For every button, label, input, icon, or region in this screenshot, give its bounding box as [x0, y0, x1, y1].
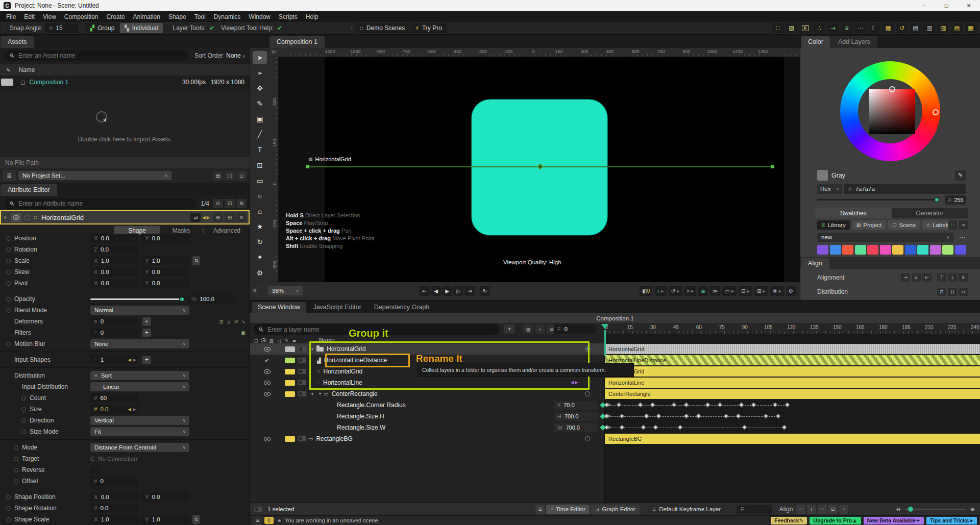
layer-target-icon[interactable] — [585, 391, 590, 396]
keyframe[interactable] — [678, 425, 683, 430]
camera-overlay-toggle[interactable]: ◧ 0 — [640, 286, 652, 296]
open-folder-icon[interactable]: ▤ — [213, 171, 223, 180]
layer-color-chip[interactable] — [285, 358, 295, 363]
keyframe[interactable] — [684, 414, 689, 419]
keyframe[interactable] — [672, 403, 677, 408]
asset-color-chip[interactable] — [1, 79, 13, 86]
layer-color-chip[interactable] — [285, 369, 295, 374]
attr-field[interactable]: #60 — [90, 393, 138, 403]
snapping-toggle[interactable]: ↺▶ — [669, 286, 682, 296]
alpha-slider[interactable] — [817, 199, 939, 201]
layer-clip-icon[interactable] — [298, 391, 306, 396]
viewport-tool-help-check-icon[interactable]: ✔ — [277, 24, 282, 32]
attr-field[interactable]: ≡0 — [90, 328, 138, 337]
keyframe-caret-icon[interactable]: ▶ — [608, 413, 611, 418]
attr-field[interactable]: #0.0 — [90, 504, 138, 513]
keyframe[interactable] — [739, 403, 744, 408]
dock-toggle-icon[interactable]: ⊡ — [535, 505, 545, 514]
align-left-icon[interactable]: ⊣ — [901, 273, 910, 282]
library-tab-project[interactable]: ▤Project — [852, 220, 886, 230]
grid-toggle[interactable]: ⌗▶ — [684, 286, 696, 296]
layer-eye-icon[interactable] — [261, 381, 273, 385]
color-swatch[interactable] — [955, 245, 966, 255]
layer-eye-icon[interactable] — [261, 347, 273, 352]
layer-attr-field[interactable]: H700.0 — [554, 412, 598, 421]
track-bar[interactable]: HorizontalLine — [605, 378, 980, 388]
add-button[interactable]: + — [142, 317, 151, 326]
track-bar[interactable]: HorizontalLineDistance — [605, 355, 980, 365]
color-swatch[interactable] — [842, 245, 853, 255]
layer-eye-icon[interactable] — [261, 369, 273, 374]
layer-row-horizontalline[interactable]: ┄HorizontalLine◀▶ — [250, 377, 604, 388]
hex-value-field[interactable]: # 7a7a7a — [844, 184, 966, 194]
layer-eye-icon[interactable] — [261, 437, 273, 441]
layer-target-icon[interactable] — [585, 436, 590, 441]
menu-tool[interactable]: Tool — [190, 13, 210, 20]
opacity-slider[interactable] — [90, 298, 184, 300]
keyframe[interactable] — [620, 425, 625, 430]
keyframe-caret-icon[interactable]: ▶ — [608, 402, 611, 407]
keyframe-caret-icon[interactable]: ▶ — [608, 424, 611, 430]
audio-toggle[interactable]: ♪▶ — [654, 286, 666, 296]
color-swatch[interactable] — [930, 245, 941, 255]
isolate-toggle[interactable]: ⊟▶ — [739, 286, 752, 296]
align-left-icon[interactable]: ▤ — [910, 23, 922, 33]
track-bar[interactable]: HorizontalGrid — [605, 366, 980, 377]
menu-scripts[interactable]: Scripts — [275, 13, 302, 20]
viewport-canvas[interactable]: ▦ HorizontalGrid Hold S Direct Layer Sel… — [279, 57, 800, 282]
render-cube-icon[interactable]: ▧ — [267, 338, 275, 343]
keyframe[interactable] — [751, 403, 756, 408]
rows-icon[interactable]: ▤ — [951, 23, 963, 33]
popout-icon[interactable]: ⊞ — [225, 213, 235, 222]
ellipse-tool[interactable]: ○ — [253, 189, 267, 202]
align-middle-icon[interactable]: ⊥ — [948, 273, 957, 282]
align-top-icon[interactable]: ⊤ — [937, 273, 946, 282]
layer-row-centerrectangle[interactable]: ▼•▭CenterRectangle — [250, 388, 604, 399]
solo-circle-icon[interactable] — [24, 215, 30, 220]
visibility-eye-icon[interactable] — [11, 213, 21, 222]
attr-field[interactable]: X0.0 — [90, 234, 138, 243]
footer-align-icon[interactable]: ⁝ — [807, 505, 816, 514]
layer-target-icon[interactable] — [585, 346, 590, 352]
viewport-settings-button[interactable]: ⚙ — [786, 286, 796, 296]
attr-field[interactable]: X0.0 — [90, 492, 138, 502]
tab-generator[interactable]: Generator — [892, 208, 968, 218]
track-bar[interactable]: CenterRectangle — [605, 389, 980, 399]
align-bars-icon[interactable]: ≡ — [841, 23, 853, 33]
loop-button[interactable]: ↻ — [480, 286, 490, 296]
attr-field[interactable]: Y0.0 — [141, 267, 189, 277]
clip-icon[interactable]: ▰ — [290, 338, 298, 343]
attr-field[interactable]: X1.0 — [90, 515, 138, 524]
warning-count-badge[interactable]: 0 — [264, 517, 274, 524]
pen-tool[interactable]: ✎ — [253, 97, 267, 110]
direct-select-tool[interactable]: ➢ — [253, 66, 267, 79]
audio-icon[interactable]: ◁ — [275, 338, 283, 343]
maximize-button[interactable]: □ — [935, 0, 958, 11]
attribute-search-input[interactable]: 🔍︎ Enter an Attribute name — [4, 198, 197, 209]
expand-tools-icon[interactable]: » — [253, 287, 257, 294]
frame-bounds-toggle[interactable]: ▭▶ — [722, 286, 737, 296]
swatch-grid-view-icon[interactable]: ∷ — [948, 220, 957, 230]
tab-swatches[interactable]: Swatches — [815, 208, 892, 218]
tab-javascript-editor[interactable]: JavaScript Editor — [307, 302, 367, 313]
asset-search-input[interactable]: 🔍︎ Enter an Asset name — [4, 50, 189, 61]
keyframe[interactable] — [776, 414, 781, 419]
camera-tool[interactable]: ▣ — [253, 113, 267, 126]
grid-icon[interactable]: ▦ — [965, 23, 977, 33]
time-editor-button[interactable]: ≡ Time Editor — [546, 505, 590, 514]
overflow-toggle[interactable]: ≫ — [710, 286, 720, 296]
library-tab-scene[interactable]: ▢Scene — [888, 220, 920, 230]
ellipsis-icon[interactable]: ⋯ — [854, 23, 867, 33]
timeline-zoom-slider[interactable] — [905, 509, 966, 510]
zoom-level-select[interactable]: 38%∨ — [268, 286, 303, 295]
layer-color-chip[interactable] — [285, 391, 295, 397]
footer-align-icon[interactable]: ⊡ — [828, 505, 838, 514]
go-start-button[interactable]: ⇤ — [420, 286, 430, 296]
attr-field[interactable]: Y0.0 — [141, 279, 189, 288]
keyframe[interactable] — [705, 403, 710, 408]
frame-f-icon[interactable]: F — [799, 23, 812, 33]
lasso-icon[interactable]: ↺ — [896, 23, 908, 33]
tab-composition[interactable]: Composition 1 — [270, 36, 325, 48]
sort-order-select[interactable]: None ∨ — [226, 52, 246, 59]
minimize-button[interactable]: − — [913, 0, 935, 11]
